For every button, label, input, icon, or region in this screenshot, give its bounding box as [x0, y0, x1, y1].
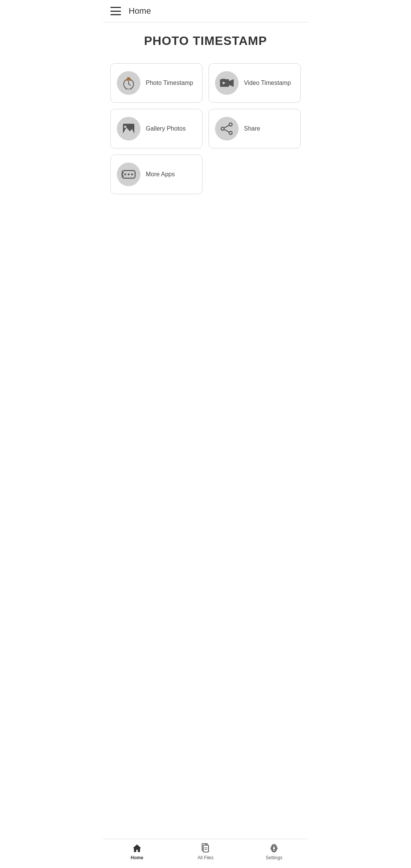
- more-apps-icon-circle: [117, 163, 140, 186]
- share-tile[interactable]: Share: [209, 109, 301, 148]
- gallery-photos-tile[interactable]: Gallery Photos: [110, 109, 202, 148]
- tiles-grid: Photo Timestamp Video Timestamp: [110, 63, 301, 194]
- svg-line-16: [224, 125, 229, 128]
- svg-point-12: [124, 126, 126, 128]
- share-icon-circle: [215, 117, 239, 140]
- svg-point-21: [131, 174, 133, 176]
- all-files-icon: [200, 843, 211, 854]
- photo-timestamp-tile[interactable]: Photo Timestamp: [110, 63, 202, 103]
- svg-point-20: [128, 174, 130, 176]
- more-apps-icon: [121, 169, 136, 180]
- bottom-nav: Home All Files Settings: [103, 839, 308, 868]
- nav-home[interactable]: Home: [103, 843, 171, 860]
- video-timestamp-icon: [220, 78, 234, 88]
- nav-home-label: Home: [131, 855, 143, 860]
- svg-point-13: [229, 123, 232, 126]
- photo-timestamp-icon: [121, 76, 136, 90]
- main-content: PHOTO TIMESTAMP Photo Timestamp: [103, 22, 308, 868]
- svg-line-17: [224, 129, 229, 132]
- video-timestamp-label: Video Timestamp: [244, 79, 291, 87]
- svg-point-14: [221, 127, 224, 130]
- svg-point-15: [229, 131, 232, 134]
- more-apps-label: More Apps: [146, 171, 175, 179]
- video-timestamp-tile[interactable]: Video Timestamp: [209, 63, 301, 103]
- gallery-photos-label: Gallery Photos: [146, 125, 186, 133]
- more-apps-tile[interactable]: More Apps: [110, 155, 202, 194]
- settings-icon: [269, 843, 279, 854]
- menu-icon[interactable]: [110, 7, 121, 15]
- nav-settings[interactable]: Settings: [240, 843, 308, 860]
- svg-line-2: [129, 84, 131, 85]
- svg-rect-5: [125, 89, 132, 89]
- app-title: PHOTO TIMESTAMP: [110, 34, 301, 48]
- share-icon: [220, 122, 233, 135]
- svg-marker-9: [229, 79, 234, 87]
- gallery-icon: [121, 121, 136, 136]
- svg-rect-26: [203, 845, 209, 852]
- gallery-icon-circle: [117, 117, 140, 140]
- svg-marker-22: [133, 844, 141, 852]
- nav-all-files[interactable]: All Files: [171, 843, 240, 860]
- svg-point-19: [124, 174, 126, 176]
- svg-rect-4: [126, 79, 131, 81]
- share-label: Share: [244, 125, 260, 133]
- svg-point-29: [272, 847, 276, 850]
- header-title: Home: [129, 6, 151, 16]
- video-timestamp-icon-circle: [215, 71, 239, 95]
- photo-timestamp-icon-circle: [117, 71, 140, 95]
- photo-timestamp-label: Photo Timestamp: [146, 79, 193, 87]
- app-header: Home: [103, 0, 308, 22]
- nav-settings-label: Settings: [266, 855, 282, 860]
- home-icon: [132, 843, 142, 854]
- nav-all-files-label: All Files: [198, 855, 213, 860]
